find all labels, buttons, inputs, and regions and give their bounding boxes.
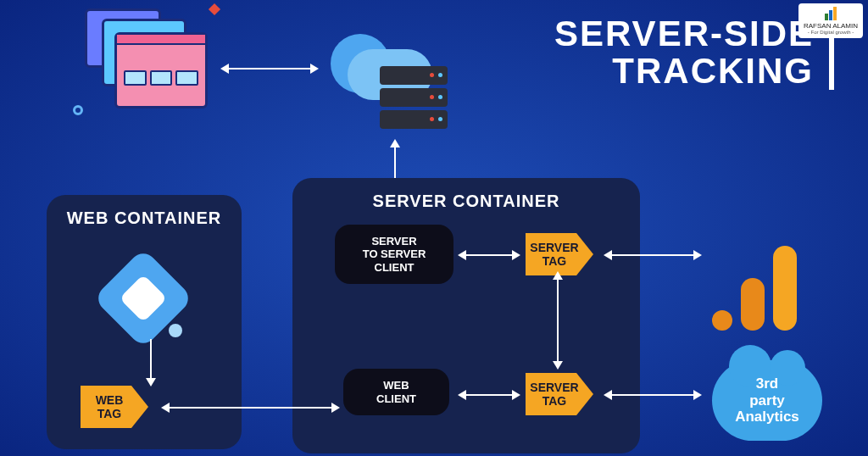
logo-tagline: - For Digital growth - [804,30,858,35]
web-client-node: WEB CLIENT [343,369,449,415]
gtm-logo-icon [108,263,179,334]
arrow-s2s-servertag1 [465,254,514,256]
third-party-label: 3rd party Analytics [735,375,799,425]
diagram-title: SERVER-SIDE TRACKING [554,15,834,90]
server-tag-2-label: SERVER TAG [530,381,578,408]
third-party-analytics-node: 3rd party Analytics [712,360,822,441]
arrow-servertag1-servertag2 [557,278,559,363]
web-container-box: WEB CONTAINER WEB TAG [47,195,242,449]
web-tag-label: WEB TAG [96,393,124,420]
web-tag-node: WEB TAG [81,386,148,428]
google-analytics-icon [712,237,814,331]
server-tag-1-node: SERVER TAG [526,233,593,275]
arrow-webclient-servertag2 [465,394,514,396]
arrow-browser-cloud [227,68,312,70]
arrow-servertag1-ga [610,254,695,256]
browser-windows-icon [85,8,212,110]
cloud-server-icon [322,25,466,136]
web-client-label: WEB CLIENT [376,379,416,405]
server-container-box: SERVER CONTAINER SERVER TO SERVER CLIENT… [292,178,640,453]
arrow-servertag2-3rdparty [610,394,695,396]
server-container-title: SERVER CONTAINER [306,192,626,211]
logo-bars-icon [804,7,858,20]
arrow-gtm-webtag [150,339,152,380]
server-tag-2-node: SERVER TAG [526,373,593,415]
s2s-client-label: SERVER TO SERVER CLIENT [363,235,426,275]
brand-logo: RAFSAN ALAMIN - For Digital growth - [798,3,863,38]
server-tag-1-label: SERVER TAG [530,241,578,268]
logo-name: RAFSAN ALAMIN [804,22,858,30]
web-container-title: WEB CONTAINER [60,209,228,228]
arrow-webtag-webclient [168,407,333,409]
title-line-1: SERVER-SIDE [554,14,814,53]
server-to-server-client-node: SERVER TO SERVER CLIENT [335,225,453,284]
title-line-2: TRACKING [612,51,814,91]
